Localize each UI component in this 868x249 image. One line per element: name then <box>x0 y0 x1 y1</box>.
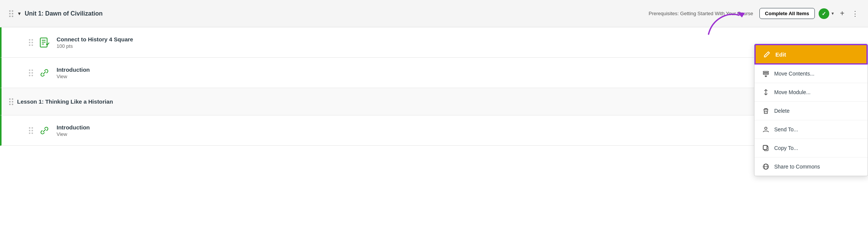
unit-prereq: Prerequisites: Getting Started With Your… <box>649 11 753 16</box>
move-module-menu-item[interactable]: Move Module... <box>754 83 868 102</box>
copy-icon <box>762 144 770 152</box>
intro-link-row-2: Introduction View <box>0 115 868 146</box>
unit-title: Unit 1: Dawn of Civilization <box>25 10 649 17</box>
share-icon <box>762 163 770 170</box>
person-icon <box>762 126 770 133</box>
assignment-row: Connect to History 4 Square 100 pts <box>0 27 868 58</box>
green-check-button[interactable]: ✓ ▼ <box>819 8 835 19</box>
unit-drag-handle[interactable] <box>9 10 13 17</box>
intro-link-subtitle-1: View <box>57 74 860 79</box>
assignment-subtitle: 100 pts <box>57 43 860 49</box>
trash-icon <box>762 107 770 115</box>
unit-collapse-arrow[interactable]: ▼ <box>17 11 22 16</box>
add-item-button[interactable]: + <box>837 8 847 19</box>
main-container: ▼ Unit 1: Dawn of Civilization Prerequis… <box>0 0 868 249</box>
delete-label: Delete <box>774 108 789 114</box>
send-to-menu-item[interactable]: Send To... <box>754 120 868 139</box>
context-menu: Edit Move Contents... <box>754 44 868 176</box>
chevron-down-icon: ▼ <box>831 11 835 16</box>
item-drag-handle-2[interactable] <box>29 69 33 76</box>
intro-link-row-1: Introduction View <box>0 58 868 88</box>
svg-rect-13 <box>763 145 767 150</box>
move-module-icon <box>762 88 770 96</box>
intro-link-content-2: Introduction View <box>57 124 860 137</box>
intro-link-content-1: Introduction View <box>57 66 860 79</box>
move-module-label: Move Module... <box>774 89 811 95</box>
lesson-title: Lesson 1: Thinking Like a Historian <box>17 98 113 105</box>
svg-rect-5 <box>763 71 769 72</box>
assignment-icon <box>38 36 51 49</box>
assignment-content: Connect to History 4 Square 100 pts <box>57 36 860 49</box>
copy-to-menu-item[interactable]: Copy To... <box>754 139 868 158</box>
lesson-row: Lesson 1: Thinking Like a Historian <box>0 88 868 115</box>
item-drag-handle-3[interactable] <box>29 127 33 134</box>
intro-link-title-2: Introduction <box>57 124 860 131</box>
intro-link-title-1: Introduction <box>57 66 860 73</box>
intro-link-subtitle-2: View <box>57 131 860 137</box>
svg-point-11 <box>765 127 767 129</box>
unit-header: ▼ Unit 1: Dawn of Civilization Prerequis… <box>0 0 868 27</box>
pencil-icon <box>763 50 771 58</box>
share-commons-menu-item[interactable]: Share to Commons <box>754 158 868 176</box>
send-to-label: Send To... <box>774 126 798 132</box>
copy-to-label: Copy To... <box>774 145 798 151</box>
delete-menu-item[interactable]: Delete <box>754 102 868 120</box>
check-circle-icon: ✓ <box>819 8 829 19</box>
assignment-title: Connect to History 4 Square <box>57 36 860 43</box>
share-commons-label: Share to Commons <box>774 164 820 170</box>
more-options-button[interactable]: ⋮ <box>850 8 860 19</box>
edit-label: Edit <box>775 51 786 58</box>
link-icon-1 <box>38 66 51 80</box>
svg-rect-6 <box>763 73 769 74</box>
link-icon-2 <box>38 124 51 137</box>
edit-menu-item[interactable]: Edit <box>754 44 868 65</box>
complete-all-button[interactable]: Complete All Items <box>759 8 815 19</box>
move-contents-menu-item[interactable]: Move Contents... <box>754 65 868 83</box>
item-drag-handle[interactable] <box>29 39 33 46</box>
move-contents-icon <box>762 70 770 77</box>
move-contents-label: Move Contents... <box>774 71 814 77</box>
lesson-drag-handle[interactable] <box>9 98 13 105</box>
